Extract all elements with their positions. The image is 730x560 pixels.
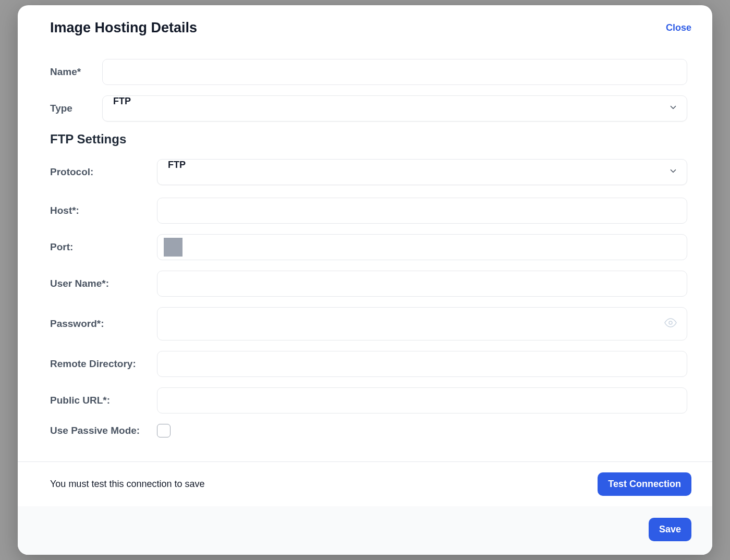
host-input[interactable] xyxy=(157,198,687,224)
row-name: Name* xyxy=(50,59,687,85)
ftp-settings-title: FTP Settings xyxy=(50,132,687,147)
modal-header: Image Hosting Details Close xyxy=(18,5,712,41)
row-public-url: Public URL*: xyxy=(50,387,687,413)
test-connection-button[interactable]: Test Connection xyxy=(598,472,691,496)
image-hosting-modal: Image Hosting Details Close Name* Type F… xyxy=(18,5,712,555)
svg-point-0 xyxy=(669,321,672,324)
username-label: User Name*: xyxy=(50,278,157,289)
password-label: Password*: xyxy=(50,318,157,330)
row-protocol: Protocol: FTP xyxy=(50,159,687,185)
public-url-label: Public URL*: xyxy=(50,395,157,406)
close-button[interactable]: Close xyxy=(666,22,691,33)
remote-directory-label: Remote Directory: xyxy=(50,358,157,370)
protocol-label: Protocol: xyxy=(50,166,157,178)
row-port: Port: xyxy=(50,234,687,260)
test-connection-bar: You must test this connection to save Te… xyxy=(18,461,712,506)
test-connection-note: You must test this connection to save xyxy=(50,479,205,490)
row-username: User Name*: xyxy=(50,271,687,297)
modal-footer: Save xyxy=(18,506,712,555)
eye-icon[interactable] xyxy=(664,316,677,331)
password-input[interactable] xyxy=(157,307,687,340)
row-password: Password*: xyxy=(50,307,687,340)
port-label: Port: xyxy=(50,241,157,253)
save-button[interactable]: Save xyxy=(649,518,691,541)
row-remote-directory: Remote Directory: xyxy=(50,351,687,377)
remote-directory-input[interactable] xyxy=(157,351,687,377)
name-input[interactable] xyxy=(102,59,687,85)
public-url-input[interactable] xyxy=(157,387,687,413)
protocol-select[interactable]: FTP xyxy=(157,159,687,185)
modal-body: Name* Type FTP FTP Settings Protocol: xyxy=(18,41,712,461)
passive-mode-checkbox[interactable] xyxy=(157,424,171,437)
name-label: Name* xyxy=(50,66,102,78)
host-label: Host*: xyxy=(50,205,157,216)
port-placeholder-icon xyxy=(164,238,182,257)
type-select[interactable]: FTP xyxy=(102,95,687,121)
row-passive-mode: Use Passive Mode: xyxy=(50,424,687,437)
passive-mode-label: Use Passive Mode: xyxy=(50,425,157,436)
port-input[interactable] xyxy=(157,234,687,260)
modal-title: Image Hosting Details xyxy=(50,20,197,36)
row-host: Host*: xyxy=(50,198,687,224)
username-input[interactable] xyxy=(157,271,687,297)
row-type: Type FTP xyxy=(50,95,687,121)
type-label: Type xyxy=(50,103,102,114)
